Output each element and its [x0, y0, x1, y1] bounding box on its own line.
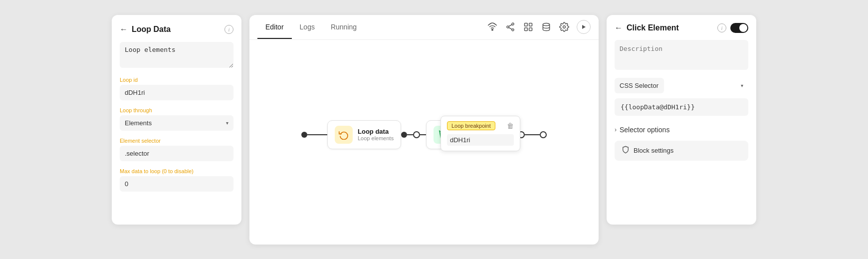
loop-node-title: Loop data: [358, 128, 394, 135]
svg-marker-12: [582, 25, 586, 29]
css-selector-row: CSS Selector XPath ID ▾: [615, 78, 748, 93]
end-connector: [540, 131, 547, 138]
tab-running[interactable]: Running: [323, 16, 365, 39]
database-icon[interactable]: [541, 21, 552, 32]
block-settings-button[interactable]: Block settings: [615, 141, 748, 161]
loop-data-node[interactable]: Loop data Loop elements: [327, 120, 401, 149]
svg-point-11: [563, 26, 566, 28]
connector-line-2: [407, 134, 413, 135]
svg-point-1: [512, 23, 514, 25]
click-element-node[interactable]: Click element Loop breakpoint 🗑 dDH1ri: [426, 120, 506, 149]
tab-logs[interactable]: Logs: [292, 16, 323, 39]
loop-id-field: Loop id: [120, 77, 233, 100]
loop-id-input[interactable]: [120, 85, 233, 100]
breakpoint-tag-row: Loop breakpoint 🗑: [447, 121, 514, 130]
connector-dot-2: [401, 132, 407, 138]
loop-through-select[interactable]: Elements Items Rows: [120, 115, 233, 131]
svg-rect-9: [529, 28, 532, 31]
loop-elements-field: Loop elements: [120, 42, 233, 70]
max-data-field: Max data to loop (0 to disable): [120, 168, 233, 192]
right-panel-info-icon[interactable]: i: [717, 23, 726, 32]
start-connector: [301, 132, 307, 138]
max-data-label: Max data to loop (0 to disable): [120, 168, 233, 174]
toggle-knob: [739, 24, 747, 32]
loop-node-subtitle: Loop elements: [358, 135, 394, 141]
editor-actions: [487, 20, 591, 34]
right-panel-back-button[interactable]: ←: [615, 23, 623, 32]
css-selector-select[interactable]: CSS Selector XPath ID: [615, 78, 664, 93]
editor-topbar: Editor Logs Running: [249, 15, 599, 40]
svg-point-2: [507, 26, 509, 28]
css-selector-wrapper: CSS Selector XPath ID ▾: [615, 78, 748, 93]
loop-icon: [335, 126, 353, 144]
breakpoint-id: dDH1ri: [447, 134, 514, 146]
canvas-area: Loop data Loop elements: [249, 40, 599, 230]
element-selector-input[interactable]: [120, 146, 233, 161]
connector-line-5: [525, 134, 540, 135]
wireless-icon[interactable]: [487, 21, 498, 32]
selector-options-label: Selector options: [620, 126, 669, 134]
shield-icon: [622, 146, 630, 156]
svg-point-3: [512, 29, 514, 31]
css-selector-chevron-icon: ▾: [741, 83, 743, 88]
element-selector-field: Element selector: [120, 138, 233, 161]
svg-rect-6: [525, 23, 528, 26]
breakpoint-popup: Loop breakpoint 🗑 dDH1ri: [440, 116, 520, 151]
description-textarea[interactable]: [615, 40, 748, 70]
share-icon[interactable]: [505, 21, 516, 32]
center-panel: Editor Logs Running: [249, 15, 599, 245]
connector-line-1: [307, 134, 327, 135]
left-panel-title: Loop Data: [132, 25, 220, 34]
left-panel: ← Loop Data i Loop elements Loop id Loop…: [112, 15, 241, 225]
svg-rect-8: [525, 28, 528, 31]
editor-tabs: Editor Logs Running: [257, 15, 487, 38]
connector-dot-outline-1: [413, 131, 420, 138]
max-data-input[interactable]: [120, 176, 233, 192]
svg-point-0: [492, 29, 493, 31]
loop-through-label: Loop through: [120, 107, 233, 113]
play-button[interactable]: [577, 20, 591, 34]
loop-through-field: Loop through Elements Items Rows ▾: [120, 107, 233, 131]
loop-id-label: Loop id: [120, 77, 233, 83]
svg-line-5: [509, 27, 512, 29]
left-panel-back-button[interactable]: ←: [120, 25, 128, 34]
element-selector-label: Element selector: [120, 138, 233, 144]
connector-line-3: [420, 134, 426, 135]
svg-line-4: [509, 24, 512, 26]
right-panel: ← Click Element i CSS Selector XPath ID …: [607, 15, 756, 225]
loop-elements-textarea[interactable]: Loop elements: [120, 42, 233, 68]
grid-icon[interactable]: [523, 21, 534, 32]
svg-point-10: [543, 23, 549, 26]
svg-rect-7: [529, 23, 532, 26]
loop-data-value: {{loopData@dDH1ri}}: [615, 98, 748, 116]
selector-options-chevron-icon: ›: [615, 126, 617, 133]
settings-icon[interactable]: [559, 21, 570, 32]
left-panel-header: ← Loop Data i: [120, 25, 233, 34]
tab-editor[interactable]: Editor: [257, 16, 292, 39]
flow-container: Loop data Loop elements: [301, 120, 547, 149]
block-settings-label: Block settings: [634, 147, 673, 154]
left-panel-info-icon[interactable]: i: [224, 25, 233, 34]
screen-wrapper: ← Loop Data i Loop elements Loop id Loop…: [112, 15, 756, 245]
loop-through-select-wrapper: Elements Items Rows ▾: [120, 115, 233, 131]
selector-options-row[interactable]: › Selector options: [615, 121, 748, 139]
delete-breakpoint-icon[interactable]: 🗑: [507, 122, 514, 130]
loop-node-text: Loop data Loop elements: [358, 128, 394, 141]
toggle-switch[interactable]: [730, 23, 748, 33]
right-panel-header: ← Click Element i: [615, 23, 748, 33]
right-panel-title: Click Element: [627, 23, 713, 32]
breakpoint-badge: Loop breakpoint: [447, 121, 495, 130]
